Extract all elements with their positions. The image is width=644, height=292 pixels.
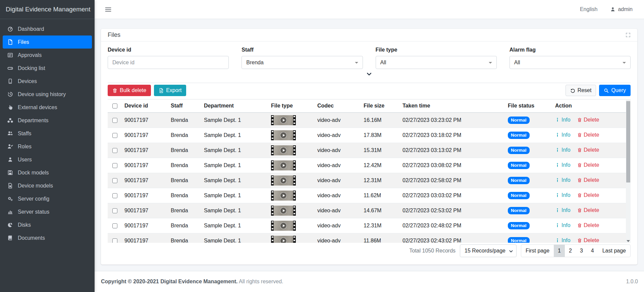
bulk-delete-button[interactable]: Bulk delete: [108, 85, 151, 96]
delete-link[interactable]: Delete: [577, 162, 599, 168]
sidebar-toggle-icon[interactable]: [105, 6, 112, 13]
device-id-label: Device id: [108, 47, 229, 53]
sidebar-item-documents[interactable]: Documents: [3, 231, 92, 244]
delete-link[interactable]: Delete: [577, 192, 599, 198]
sidebar-item-external-devices[interactable]: External devices: [3, 101, 92, 114]
cell-department: Sample Dept. 1: [201, 158, 268, 173]
delete-link[interactable]: Delete: [577, 177, 599, 183]
sidebar-item-approvals[interactable]: Approvals: [3, 49, 92, 62]
page-button-4[interactable]: 4: [587, 245, 598, 257]
reset-button[interactable]: Reset: [566, 85, 596, 96]
scrollbar-thumb[interactable]: [626, 101, 630, 182]
column-header: Codec: [315, 99, 361, 113]
video-thumbnail[interactable]: [271, 130, 296, 140]
row-checkbox[interactable]: [112, 238, 117, 243]
video-thumbnail[interactable]: [271, 160, 296, 170]
row-checkbox[interactable]: [112, 223, 117, 228]
toolbar: Bulk delete Export Reset: [108, 85, 631, 96]
sidebar-item-docking-list[interactable]: Docking list: [3, 62, 92, 75]
sidebar-item-dock-models[interactable]: Dock models: [3, 166, 92, 179]
row-checkbox[interactable]: [112, 193, 117, 198]
row-checkbox[interactable]: [112, 178, 117, 183]
info-link[interactable]: Info: [555, 207, 571, 213]
info-link[interactable]: Info: [555, 222, 571, 228]
delete-link[interactable]: Delete: [577, 207, 599, 213]
delete-link[interactable]: Delete: [577, 147, 599, 153]
cell-device-id: 90017197: [122, 158, 168, 173]
book-icon: [6, 235, 15, 241]
user-menu[interactable]: admin: [610, 6, 633, 12]
cell-taken-time: 02/27/2023 02:58:02 PM: [400, 173, 505, 188]
page-button-3[interactable]: 3: [576, 245, 587, 257]
select-all-checkbox[interactable]: [112, 103, 117, 108]
list-alt-icon: [6, 52, 15, 58]
sidebar-item-staffs[interactable]: Staffs: [3, 127, 92, 140]
sidebar-item-device-models[interactable]: Device models: [3, 179, 92, 192]
cell-staff: Brenda: [168, 218, 201, 233]
cell-taken-time: 02/27/2023 03:08:02 PM: [400, 158, 505, 173]
sidebar-item-device-using-history[interactable]: Device using history: [3, 88, 92, 101]
delete-link[interactable]: Delete: [577, 237, 599, 243]
row-checkbox[interactable]: [112, 118, 117, 123]
files-table-wrap: Device idStaffDepartmentFile typeCodecFi…: [108, 99, 631, 243]
copyright: Copyright © 2020-2021 Digital Evidence M…: [101, 279, 283, 285]
video-thumbnail[interactable]: [271, 206, 296, 216]
info-link[interactable]: Info: [555, 192, 571, 198]
info-link[interactable]: Info: [555, 147, 571, 153]
export-button[interactable]: Export: [154, 85, 186, 96]
info-link[interactable]: Info: [555, 162, 571, 168]
last-page-button[interactable]: Last page: [598, 245, 630, 257]
first-page-button[interactable]: First page: [521, 245, 554, 257]
table-row: 90017197 Brenda Sample Dept. 1 video-adv…: [108, 158, 626, 173]
row-checkbox[interactable]: [112, 148, 117, 153]
row-checkbox[interactable]: [112, 208, 117, 213]
maximize-icon[interactable]: [626, 32, 631, 38]
delete-link[interactable]: Delete: [577, 222, 599, 228]
cell-file-size: 12.31M: [361, 218, 400, 233]
language-selector[interactable]: English: [580, 6, 597, 12]
sidebar-item-devices[interactable]: Devices: [3, 75, 92, 88]
file-type-select[interactable]: All: [376, 56, 497, 69]
sidebar-item-users[interactable]: Users: [3, 153, 92, 166]
video-thumbnail[interactable]: [271, 175, 296, 186]
video-thumbnail[interactable]: [271, 145, 296, 155]
video-thumbnail[interactable]: [271, 221, 296, 231]
page-button-2[interactable]: 2: [565, 245, 576, 257]
cell-codec: video-adv: [315, 158, 361, 173]
sidebar-item-server-config[interactable]: Server config: [3, 192, 92, 205]
row-checkbox[interactable]: [112, 133, 117, 138]
cell-file-size: 17.83M: [361, 128, 400, 143]
sidebar-item-files[interactable]: Files: [3, 35, 92, 49]
video-thumbnail[interactable]: [271, 236, 296, 243]
pie-chart-icon: [6, 222, 15, 228]
row-checkbox[interactable]: [112, 163, 117, 168]
sidebar-item-dashboard[interactable]: Dashboard: [3, 22, 92, 35]
app-brand[interactable]: Digital Evidence Management: [0, 0, 95, 19]
video-thumbnail[interactable]: [271, 115, 296, 125]
gears-icon: [6, 196, 15, 202]
device-id-input[interactable]: [112, 60, 224, 66]
column-header: Action: [552, 99, 626, 113]
cell-department: Sample Dept. 1: [201, 173, 268, 188]
page-button-1[interactable]: 1: [554, 245, 565, 257]
cell-device-id: 90017197: [122, 173, 168, 188]
info-link[interactable]: Info: [555, 237, 571, 243]
video-thumbnail[interactable]: [271, 191, 296, 201]
sidebar-item-server-status[interactable]: Server status: [3, 205, 92, 218]
sidebar-item-departments[interactable]: Departments: [3, 114, 92, 127]
delete-link[interactable]: Delete: [577, 117, 599, 123]
staff-select[interactable]: Brenda: [241, 56, 363, 69]
filters-collapse-toggle[interactable]: [108, 71, 631, 79]
alarm-flag-select[interactable]: All: [509, 56, 631, 69]
chevron-down-icon: [366, 71, 372, 77]
info-link[interactable]: Info: [555, 177, 571, 183]
records-per-page-select[interactable]: 15 Records/page: [460, 244, 517, 257]
sidebar-item-disks[interactable]: Disks: [3, 218, 92, 231]
info-link[interactable]: Info: [555, 132, 571, 138]
sidebar-item-roles[interactable]: Roles: [3, 140, 92, 153]
delete-link[interactable]: Delete: [577, 132, 599, 138]
query-button[interactable]: Query: [599, 85, 631, 96]
scrollbar-down-arrow[interactable]: [627, 240, 630, 242]
info-link[interactable]: Info: [555, 117, 571, 123]
cell-device-id: 90017197: [122, 128, 168, 143]
